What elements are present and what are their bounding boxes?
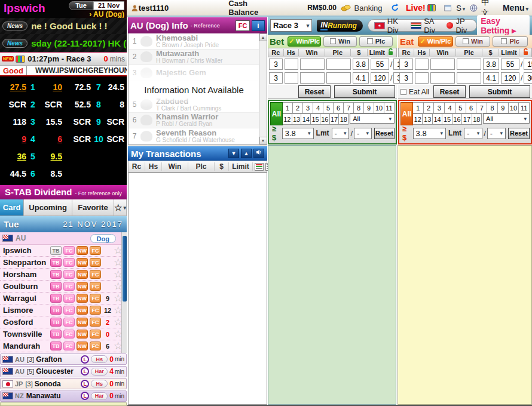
green-unlock-icon[interactable] [387, 48, 394, 57]
badge-tb[interactable]: TB [50, 306, 62, 315]
limit1-input[interactable] [501, 72, 519, 84]
scrollbar-thumb[interactable] [123, 236, 127, 302]
win-amount-input[interactable] [300, 72, 325, 84]
badge-nw[interactable]: NW [77, 294, 88, 303]
badge-fc[interactable]: FC [90, 258, 101, 267]
other-race-row[interactable]: JP[3]SonodaLHs0min [0, 378, 127, 389]
track-row[interactable]: TownsvilleTBFCNWFC0☆ [0, 328, 127, 340]
rc-input[interactable] [399, 59, 413, 70]
number-cell[interactable]: 9 [364, 102, 374, 113]
rc-input[interactable] [269, 59, 283, 70]
badge-fc[interactable]: FC [90, 330, 101, 339]
eat-plc-button[interactable]: Plc [493, 36, 528, 47]
limit-select[interactable]: -▾ [354, 128, 372, 139]
list-detail-icon[interactable] [255, 163, 264, 171]
bet-plc-button[interactable]: Plc [359, 36, 393, 47]
win-amount-input[interactable] [430, 59, 455, 70]
eat-all-option[interactable]: Eat All [400, 88, 429, 96]
refresh-icon[interactable] [391, 3, 399, 13]
s-menu[interactable]: S▾ [456, 4, 465, 13]
date-box[interactable]: 21 Nov [93, 1, 124, 10]
scroll-down-button[interactable]: ▼ [259, 137, 267, 144]
number-cell[interactable]: 11 [384, 102, 395, 113]
runner-number[interactable]: 7 [91, 82, 106, 92]
badge-nw[interactable]: NW [77, 246, 88, 255]
odds-value[interactable]: 44.5 [0, 169, 26, 179]
odds-value[interactable]: 9 [0, 134, 26, 144]
badge-tb[interactable]: TB [50, 330, 62, 339]
live-replay-icon[interactable]: L [81, 355, 89, 364]
badge-nw[interactable]: NW [77, 282, 88, 291]
race-type-pill[interactable]: Hs [91, 355, 108, 363]
plc-amount-input[interactable] [457, 59, 481, 70]
price-input[interactable] [483, 72, 499, 84]
number-cell[interactable]: 14 [301, 113, 311, 125]
other-race-row[interactable]: AU[3]GraftonLHs0min [0, 353, 127, 365]
badge-nw[interactable]: NW [77, 270, 88, 279]
number-cell[interactable]: 16 [320, 113, 330, 125]
number-cell[interactable]: 7 [344, 102, 354, 113]
div-link-hk[interactable]: ✶HK Div [374, 17, 402, 35]
track-row[interactable]: SheppartonTBFCNWFC☆ [0, 257, 127, 269]
badge-nw[interactable]: NW [77, 258, 88, 267]
rc-input[interactable] [269, 72, 283, 84]
eat-submit-button[interactable]: Submit [469, 85, 530, 98]
number-cell[interactable]: 9 [498, 102, 509, 113]
runner-number[interactable]: 10 [91, 134, 106, 144]
badge-fc[interactable]: FC [63, 294, 75, 303]
runner-number[interactable]: 3 [26, 117, 39, 127]
price-input[interactable] [353, 59, 369, 70]
badge-tb[interactable]: TB [50, 318, 62, 327]
scroll-up-button[interactable]: ▲ [259, 33, 267, 41]
eat-win-button[interactable]: Win [455, 36, 491, 47]
number-cell[interactable]: 3 [303, 102, 313, 113]
win-amount-input[interactable] [300, 59, 325, 70]
number-cell[interactable]: 11 [519, 102, 530, 113]
number-cell[interactable]: 2 [424, 102, 435, 113]
odds-value[interactable]: 6 [39, 134, 62, 144]
tab-favorite-star[interactable]: ☆▾ [114, 199, 127, 216]
live-tv-icon[interactable] [427, 4, 436, 11]
limit-select[interactable]: -▾ [332, 128, 350, 139]
odds-value[interactable]: 9.5 [39, 152, 62, 161]
checkbox[interactable] [501, 38, 507, 44]
checkbox[interactable] [463, 38, 469, 44]
checkbox[interactable] [400, 89, 406, 95]
number-cell[interactable]: 13 [292, 113, 302, 125]
number-cell[interactable]: 1 [283, 102, 293, 113]
other-race-row[interactable]: AU[5]GloucesterLHar4min [0, 366, 127, 377]
badge-tb[interactable]: TB [50, 246, 62, 255]
window-icon[interactable] [444, 4, 452, 12]
limit-select[interactable]: -▾ [487, 128, 506, 139]
odds-value[interactable]: 8 [106, 100, 124, 109]
number-cell[interactable]: 2 [293, 102, 303, 113]
select-all-button[interactable]: All [400, 102, 413, 125]
badge-fc[interactable]: FC [90, 282, 101, 291]
race-type-pill[interactable]: Hs [91, 380, 108, 387]
globe-icon[interactable] [470, 4, 478, 13]
plc-amount-input[interactable] [326, 59, 351, 70]
badge-fc[interactable]: FC [90, 246, 101, 255]
number-cell[interactable]: 10 [374, 102, 384, 113]
number-cell[interactable]: 3 [434, 102, 445, 113]
div-link-sa[interactable]: SA Div [411, 17, 438, 35]
checkbox[interactable] [330, 38, 336, 44]
badge-tb[interactable]: TB [50, 258, 62, 267]
odds-value[interactable]: 36 [0, 152, 26, 161]
min-price-select[interactable]: 3.8▾ [282, 128, 314, 139]
odds-value[interactable]: 10 [39, 82, 62, 92]
badge-nw[interactable]: NW [77, 342, 88, 350]
number-cell[interactable]: 5 [455, 102, 466, 113]
live-replay-icon[interactable]: L [81, 367, 89, 376]
bet-submit-button[interactable]: Submit [334, 85, 395, 98]
odds-value[interactable]: 15.5 [39, 117, 62, 127]
badge-fc[interactable]: FC [63, 342, 75, 350]
select-all-button[interactable]: All [270, 102, 283, 125]
price-input[interactable] [353, 72, 369, 84]
tv-icon[interactable] [16, 56, 25, 63]
number-cell[interactable]: 15 [311, 113, 320, 125]
limit1-input[interactable] [371, 72, 389, 84]
limit2-input[interactable] [524, 59, 532, 70]
eat-winplc-button[interactable]: ✓Win/Plc [418, 36, 453, 47]
number-cell[interactable]: 5 [323, 102, 334, 113]
